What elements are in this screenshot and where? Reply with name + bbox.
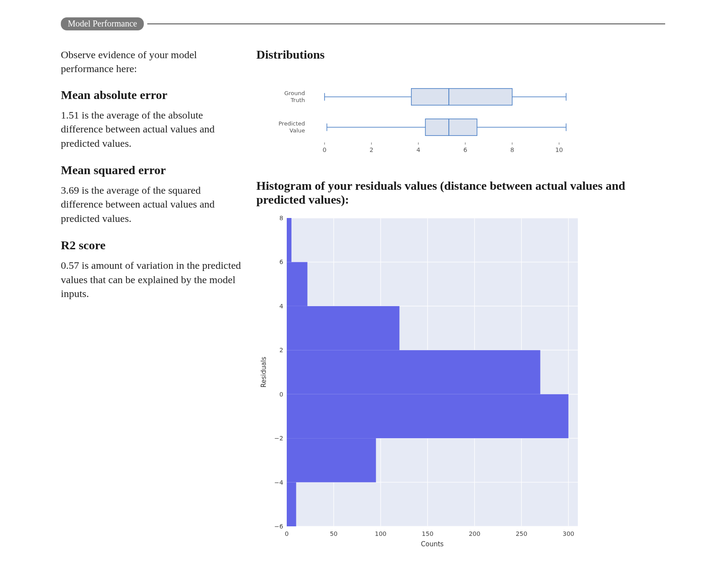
svg-text:50: 50 bbox=[330, 530, 338, 537]
intro-text: Observe evidence of your model performan… bbox=[61, 48, 243, 76]
left-column: Observe evidence of your model performan… bbox=[61, 48, 243, 554]
svg-text:Residuals: Residuals bbox=[260, 357, 268, 387]
section-divider bbox=[147, 23, 665, 24]
mse-title: Mean squared error bbox=[61, 163, 243, 177]
svg-text:Truth: Truth bbox=[290, 97, 305, 103]
svg-text:100: 100 bbox=[375, 530, 387, 537]
svg-rect-48 bbox=[287, 306, 399, 350]
svg-rect-44 bbox=[287, 482, 296, 526]
svg-text:0: 0 bbox=[285, 530, 289, 537]
svg-text:300: 300 bbox=[563, 530, 574, 537]
svg-text:8: 8 bbox=[510, 146, 514, 153]
svg-rect-47 bbox=[287, 350, 540, 394]
svg-text:6: 6 bbox=[279, 258, 283, 265]
section-pill: Model Performance bbox=[61, 17, 144, 30]
svg-rect-50 bbox=[287, 218, 292, 262]
svg-text:Predicted: Predicted bbox=[278, 120, 305, 127]
svg-text:10: 10 bbox=[555, 146, 563, 153]
svg-rect-16 bbox=[411, 89, 512, 106]
svg-rect-45 bbox=[287, 438, 376, 482]
r2-desc: 0.57 is amount of variation in the predi… bbox=[61, 258, 243, 301]
svg-text:−6: −6 bbox=[274, 523, 283, 530]
distributions-title: Distributions bbox=[256, 48, 665, 62]
svg-text:200: 200 bbox=[469, 530, 481, 537]
svg-text:150: 150 bbox=[422, 530, 434, 537]
mae-title: Mean absolute error bbox=[61, 88, 243, 102]
mae-desc: 1.51 is the average of the absolute diff… bbox=[61, 108, 243, 150]
svg-text:−4: −4 bbox=[274, 479, 283, 486]
svg-text:0: 0 bbox=[279, 391, 283, 398]
svg-rect-24 bbox=[425, 119, 477, 136]
svg-text:Ground: Ground bbox=[284, 90, 305, 96]
histogram-title: Histogram of your residuals values (dist… bbox=[256, 179, 665, 207]
svg-text:4: 4 bbox=[416, 146, 420, 153]
right-column: Distributions 0246810GroundTruthPredicte… bbox=[256, 48, 665, 554]
svg-text:2: 2 bbox=[369, 146, 373, 153]
svg-text:Value: Value bbox=[289, 127, 305, 134]
svg-text:6: 6 bbox=[463, 146, 467, 153]
histogram-chart: 050100150200250300−6−4−202468CountsResid… bbox=[256, 214, 665, 554]
svg-rect-49 bbox=[287, 262, 308, 306]
mse-desc: 3.69 is the average of the squared diffe… bbox=[61, 183, 243, 225]
svg-text:250: 250 bbox=[516, 530, 527, 537]
section-header: Model Performance bbox=[61, 17, 665, 30]
svg-text:2: 2 bbox=[279, 347, 283, 353]
svg-text:Counts: Counts bbox=[421, 540, 444, 548]
svg-rect-46 bbox=[287, 394, 568, 438]
r2-title: R2 score bbox=[61, 238, 243, 252]
svg-text:8: 8 bbox=[279, 215, 283, 221]
svg-text:4: 4 bbox=[279, 303, 283, 310]
svg-text:0: 0 bbox=[323, 146, 327, 153]
svg-text:−2: −2 bbox=[274, 435, 283, 442]
boxplot-chart: 0246810GroundTruthPredictedValue bbox=[256, 69, 665, 166]
